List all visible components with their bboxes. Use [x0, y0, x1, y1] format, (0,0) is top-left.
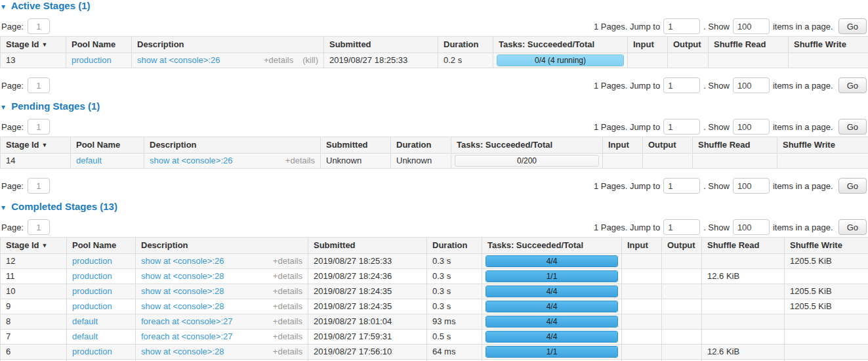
page-label: Page: — [1, 181, 24, 191]
jump-to-input[interactable] — [663, 18, 700, 34]
pool-name-link[interactable]: default — [72, 316, 98, 326]
column-header-label: Tasks: Succeeded/Total — [499, 39, 594, 49]
shuffle-write-cell — [785, 345, 868, 360]
pool-name-link[interactable]: production — [72, 301, 112, 311]
input-cell — [622, 254, 662, 269]
pool-name-link[interactable]: default — [72, 331, 98, 341]
output-cell — [662, 299, 702, 314]
collapse-arrow-icon: ▾ — [1, 203, 5, 212]
page-number-input[interactable] — [28, 178, 50, 194]
column-header[interactable]: Stage Id▼ — [1, 37, 66, 53]
shuffle-read-cell — [702, 284, 785, 299]
sort-desc-icon: ▼ — [42, 41, 48, 48]
pool-name-link[interactable]: production — [72, 347, 112, 356]
description-link[interactable]: show at <console>:26 — [137, 55, 220, 66]
kill-link[interactable]: (kill) — [302, 55, 318, 65]
column-header: Duration — [427, 238, 482, 254]
page-number-input[interactable] — [28, 77, 50, 93]
pool-name-cell: production — [67, 284, 136, 299]
show-count-input[interactable] — [733, 18, 770, 34]
show-count-input[interactable] — [733, 77, 770, 93]
jump-to-input[interactable] — [663, 77, 700, 93]
submitted-cell: 2019/08/27 18:24:36 — [308, 269, 427, 284]
column-header: Shuffle Read — [702, 238, 785, 254]
show-count-input[interactable] — [733, 219, 770, 235]
column-header-label: Stage Id — [6, 140, 39, 150]
details-toggle-link[interactable]: +details — [273, 347, 302, 356]
go-button[interactable]: Go — [838, 77, 867, 93]
tasks-cell: 0/4 (4 running) — [493, 53, 628, 68]
completed-top-pager: Page: 1 Pages. Jump to . Show items in a… — [0, 219, 868, 235]
show-count-input[interactable] — [733, 178, 770, 194]
pool-name-link[interactable]: production — [72, 271, 112, 281]
completed-stages-section: ▾ Completed Stages (13) Page: 1 Pages. J… — [0, 202, 868, 361]
spark-stages-page: ▾ Active Stages (1) Page: 1 Pages. Jump … — [0, 1, 868, 361]
description-cell: show at <console>:26+details — [144, 154, 321, 169]
pending-top-pager: Page: 1 Pages. Jump to . Show items in a… — [0, 119, 868, 135]
column-header: Pool Name — [67, 238, 136, 254]
pool-name-cell: production — [67, 269, 136, 284]
pool-name-link[interactable]: production — [72, 286, 112, 296]
details-toggle-link[interactable]: +details — [273, 316, 302, 326]
details-toggle-link[interactable]: +details — [273, 331, 302, 341]
details-toggle-link[interactable]: +details — [264, 55, 293, 65]
pool-name-cell: production — [67, 299, 136, 314]
tasks-progress-bar: 4/4 — [486, 286, 618, 297]
column-header[interactable]: Stage Id▼ — [1, 238, 67, 254]
page-label: Page: — [1, 223, 24, 232]
description-link[interactable]: foreach at <console>:27 — [141, 316, 233, 327]
column-header: Duration — [438, 37, 493, 53]
go-button[interactable]: Go — [838, 178, 867, 194]
tasks-progress-label: 4/4 — [486, 316, 617, 327]
tasks-cell: 1/1 — [482, 269, 622, 284]
go-button[interactable]: Go — [838, 18, 867, 34]
description-link[interactable]: show at <console>:26 — [141, 256, 224, 266]
go-button[interactable]: Go — [838, 119, 867, 135]
details-toggle-link[interactable]: +details — [273, 301, 302, 311]
description-link[interactable]: foreach at <console>:27 — [141, 331, 233, 342]
show-count-input[interactable] — [733, 119, 770, 135]
page-number-input[interactable] — [28, 18, 50, 34]
description-cell: show at <console>:28+details — [136, 269, 308, 284]
tasks-progress-bar: 4/4 — [486, 255, 618, 267]
description-link[interactable]: show at <console>:28 — [141, 347, 224, 357]
items-per-page-label: items in a page. — [773, 181, 833, 191]
pagination-bar: Page: 1 Pages. Jump to . Show items in a… — [0, 119, 868, 135]
completed-stages-heading[interactable]: ▾ Completed Stages (13) — [1, 202, 867, 213]
shuffle-read-cell — [693, 154, 777, 169]
jump-to-input[interactable] — [663, 178, 700, 194]
pool-name-link[interactable]: production — [72, 55, 112, 65]
pool-name-link[interactable]: default — [76, 156, 102, 165]
description-link[interactable]: show at <console>:28 — [141, 301, 224, 312]
jump-to-input[interactable] — [663, 119, 700, 135]
page-number-input[interactable] — [28, 219, 50, 235]
submitted-cell: 2019/08/27 18:24:35 — [308, 284, 427, 299]
tasks-progress-label: 1/1 — [486, 271, 617, 282]
description-link[interactable]: show at <console>:28 — [141, 286, 224, 297]
column-header: Pool Name — [71, 137, 144, 154]
table-header-row: Stage Id▼Pool NameDescriptionSubmittedDu… — [1, 137, 868, 154]
description-cell: show at <console>:28+details — [136, 345, 308, 360]
details-toggle-link[interactable]: +details — [285, 156, 315, 165]
active-top-pager: Page: 1 Pages. Jump to . Show items in a… — [0, 18, 868, 34]
details-toggle-link[interactable]: +details — [273, 256, 302, 266]
input-cell — [622, 299, 662, 314]
column-header[interactable]: Stage Id▼ — [1, 137, 71, 154]
details-toggle-link[interactable]: +details — [273, 286, 302, 296]
column-header: Description — [132, 37, 324, 53]
page-number-input[interactable] — [28, 119, 50, 135]
shuffle-read-cell — [702, 329, 785, 345]
shuffle-read-cell: 12.6 KiB — [702, 345, 785, 360]
description-link[interactable]: show at <console>:28 — [141, 271, 224, 282]
column-header-label: Pool Name — [72, 240, 116, 250]
column-header-label: Description — [137, 39, 184, 49]
pending-stages-heading[interactable]: ▾ Pending Stages (1) — [1, 101, 867, 112]
details-toggle-link[interactable]: +details — [273, 271, 302, 281]
active-stages-heading[interactable]: ▾ Active Stages (1) — [1, 1, 867, 12]
description-link[interactable]: show at <console>:26 — [150, 156, 232, 166]
pool-name-cell: default — [67, 314, 136, 329]
pool-name-link[interactable]: production — [72, 256, 112, 266]
go-button[interactable]: Go — [838, 219, 867, 235]
submitted-cell: 2019/08/27 18:01:04 — [308, 314, 427, 329]
jump-to-input[interactable] — [663, 219, 700, 235]
